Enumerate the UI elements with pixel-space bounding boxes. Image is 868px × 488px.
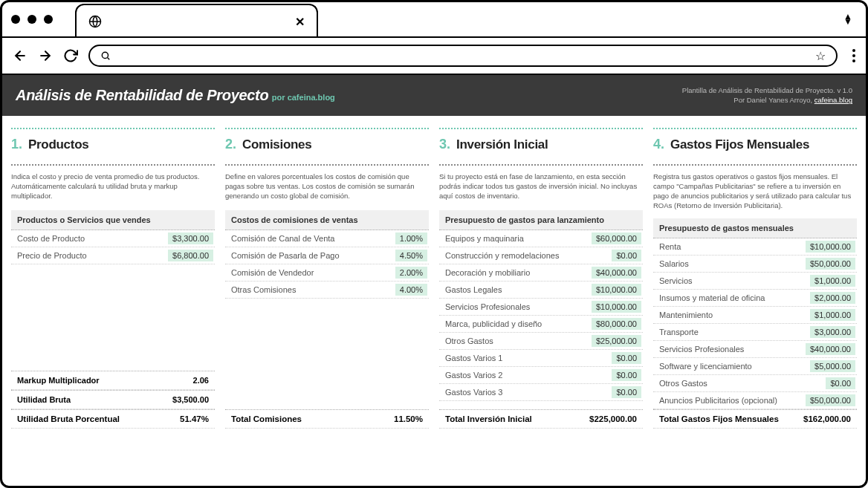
row-value[interactable]: $0.00 xyxy=(826,377,855,389)
window-close-dot[interactable] xyxy=(11,15,20,24)
total-label: Utilidad Bruta Porcentual xyxy=(17,414,120,423)
row-value[interactable]: 2.00% xyxy=(395,267,427,279)
row-value[interactable]: $50,000.00 xyxy=(806,394,855,406)
row-label: Renta xyxy=(659,242,681,251)
nav-bar: ☆ xyxy=(2,38,866,75)
tab-bar: ✕ ▲▼ xyxy=(2,2,866,38)
section-head: 3.Inversión Inicial xyxy=(439,137,643,152)
row-value[interactable]: $40,000.00 xyxy=(806,343,855,355)
more-menu-icon[interactable] xyxy=(852,49,855,62)
svg-point-1 xyxy=(102,52,108,58)
window-minimize-dot[interactable] xyxy=(27,15,36,24)
row-value[interactable]: $25,000.00 xyxy=(592,335,641,347)
total-value: 51.47% xyxy=(180,414,209,423)
page-subtitle: por cafeina.blog xyxy=(272,93,335,102)
row-label: Decoración y mobiliario xyxy=(445,268,530,277)
subsection-header: Productos o Servicios que vendes xyxy=(11,210,215,230)
section-number: 3. xyxy=(439,137,450,152)
row-value[interactable]: 1.00% xyxy=(395,232,427,244)
total-label: Total Inversión Inicial xyxy=(445,414,532,423)
row-value[interactable]: $60,000.00 xyxy=(592,232,641,244)
globe-icon xyxy=(88,15,102,28)
data-row: Servicios$1,000.00 xyxy=(653,273,857,290)
dotted-divider xyxy=(225,128,429,129)
data-row: Salarios$50,000.00 xyxy=(653,256,857,273)
data-row: Comisión de Pasarla de Pago4.50% xyxy=(225,247,429,264)
template-author: Por Daniel Yanes Arroyo, cafeina.blog xyxy=(682,95,852,105)
dotted-divider xyxy=(653,128,857,129)
section-head: 1.Productos xyxy=(11,137,215,152)
url-bar[interactable]: ☆ xyxy=(88,45,838,67)
section-number: 2. xyxy=(225,137,236,152)
author-link[interactable]: cafeina.blog xyxy=(814,96,852,104)
total-label: Markup Multiplicador xyxy=(17,376,100,385)
row-value[interactable]: $10,000.00 xyxy=(592,284,641,296)
row-value[interactable]: $5,000.00 xyxy=(810,360,855,372)
data-row: Mantenimiento$1,000.00 xyxy=(653,307,857,324)
row-value[interactable]: $0.00 xyxy=(612,369,641,381)
data-row: Comisión de Canal de Venta1.00% xyxy=(225,230,429,247)
data-row: Marca, publicidad y diseño$80,000.00 xyxy=(439,316,643,333)
row-label: Mantenimiento xyxy=(659,310,713,319)
bookmark-star-icon[interactable]: ☆ xyxy=(815,49,826,63)
browser-tab[interactable]: ✕ xyxy=(75,4,318,38)
reload-button[interactable] xyxy=(63,48,78,63)
row-label: Otros Gastos xyxy=(445,336,493,345)
total-row: Utilidad Bruta$3,500.00 xyxy=(11,390,215,409)
total-value: $162,000.00 xyxy=(803,414,851,423)
row-value[interactable]: $50,000.00 xyxy=(806,258,855,270)
row-value[interactable]: 4.00% xyxy=(395,284,427,296)
total-row: Utilidad Bruta Porcentual51.47% xyxy=(11,409,215,429)
row-value[interactable]: $10,000.00 xyxy=(592,301,641,313)
data-row: Gastos Legales$10,000.00 xyxy=(439,282,643,299)
section-description: Indica el costo y precio de venta promed… xyxy=(11,172,215,203)
column-gastos-fijos: 4.Gastos Fijos MensualesRegistra tus gas… xyxy=(653,128,857,429)
data-row: Servicios Profesionales$10,000.00 xyxy=(439,299,643,316)
row-label: Servicios Profesionales xyxy=(659,345,744,354)
total-row: Total Comisiones11.50% xyxy=(225,409,429,429)
window-controls xyxy=(11,15,53,24)
header-left: Análisis de Rentabilidad de Proyecto por… xyxy=(16,87,335,104)
data-row: Equipos y maquinaria$60,000.00 xyxy=(439,230,643,247)
column-comisiones: 2.ComisionesDefine en valores porcentual… xyxy=(225,128,429,429)
row-value[interactable]: $0.00 xyxy=(612,250,641,261)
row-value[interactable]: $0.00 xyxy=(612,352,641,364)
data-row: Renta$10,000.00 xyxy=(653,238,857,256)
total-row: Markup Multiplicador2.06 xyxy=(11,371,215,390)
close-tab-icon[interactable]: ✕ xyxy=(295,15,305,29)
total-value: 11.50% xyxy=(394,414,423,423)
row-label: Salarios xyxy=(659,259,689,268)
row-value[interactable]: $6,800.00 xyxy=(168,250,213,261)
row-value[interactable]: $10,000.00 xyxy=(806,241,855,253)
section-number: 1. xyxy=(11,137,22,152)
row-value[interactable]: $1,000.00 xyxy=(810,309,855,321)
row-label: Comisión de Canal de Venta xyxy=(231,234,334,243)
data-row: Gastos Varios 3$0.00 xyxy=(439,384,643,401)
row-value[interactable]: $3,000.00 xyxy=(810,326,855,338)
row-label: Servicios xyxy=(659,276,693,285)
row-label: Otras Comisiones xyxy=(231,285,296,294)
total-value: $225,000.00 xyxy=(589,414,637,423)
row-label: Construcción y remodelaciones xyxy=(445,251,559,260)
row-value[interactable]: 4.50% xyxy=(395,250,427,261)
row-value[interactable]: $40,000.00 xyxy=(592,267,641,279)
window-expand-icon[interactable]: ▲▼ xyxy=(843,14,852,25)
row-value[interactable]: $0.00 xyxy=(612,386,641,398)
dotted-divider xyxy=(439,164,643,166)
section-description: Define en valores porcentuales los costo… xyxy=(225,172,429,203)
back-button[interactable] xyxy=(13,48,27,63)
window-maximize-dot[interactable] xyxy=(44,15,53,24)
data-row: Servicios Profesionales$40,000.00 xyxy=(653,341,857,358)
row-value[interactable]: $1,000.00 xyxy=(810,275,855,287)
row-label: Equipos y maquinaria xyxy=(445,234,524,243)
row-label: Software y licenciamiento xyxy=(659,362,752,371)
search-icon xyxy=(100,51,111,61)
row-label: Comisión de Vendedor xyxy=(231,268,314,277)
row-label: Precio de Producto xyxy=(17,251,87,260)
forward-button[interactable] xyxy=(38,48,53,63)
dotted-divider xyxy=(653,164,857,166)
row-value[interactable]: $80,000.00 xyxy=(592,318,641,330)
row-value[interactable]: $3,300.00 xyxy=(168,232,213,244)
url-input[interactable] xyxy=(117,51,809,62)
row-value[interactable]: $2,000.00 xyxy=(810,292,855,304)
